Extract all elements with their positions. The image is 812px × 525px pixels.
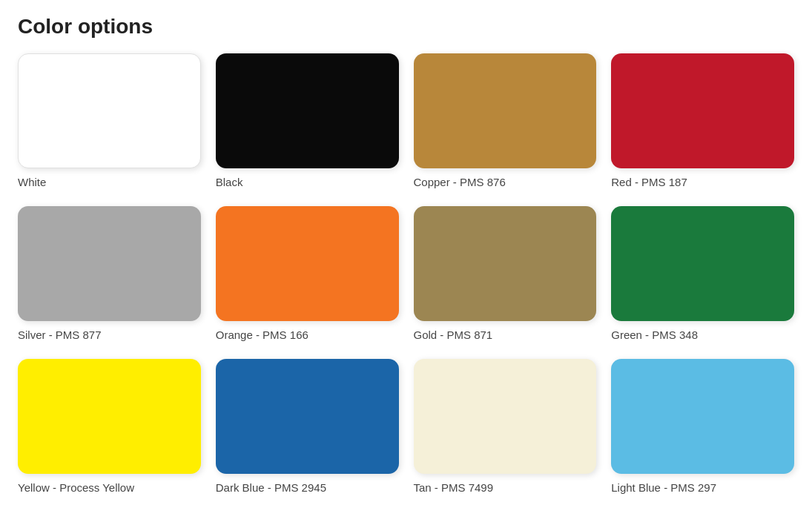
color-swatch-yellow [18, 359, 201, 474]
color-item-black[interactable]: Black [216, 53, 399, 188]
color-item-light-blue[interactable]: Light Blue - PMS 297 [611, 359, 794, 494]
color-swatch-tan [414, 359, 597, 474]
color-swatch-orange [216, 206, 399, 321]
color-label-red: Red - PMS 187 [611, 176, 687, 188]
color-swatch-gold [414, 206, 597, 321]
color-swatch-silver [18, 206, 201, 321]
color-item-copper[interactable]: Copper - PMS 876 [414, 53, 597, 188]
color-swatch-red [611, 53, 794, 168]
color-item-dark-blue[interactable]: Dark Blue - PMS 2945 [216, 359, 399, 494]
color-grid: WhiteBlackCopper - PMS 876Red - PMS 187S… [18, 53, 794, 494]
color-label-yellow: Yellow - Process Yellow [18, 481, 134, 494]
color-label-dark-blue: Dark Blue - PMS 2945 [216, 481, 326, 494]
color-label-white: White [18, 176, 46, 188]
page-title: Color options [18, 15, 794, 39]
color-item-tan[interactable]: Tan - PMS 7499 [414, 359, 597, 494]
color-label-orange: Orange - PMS 166 [216, 328, 308, 341]
color-swatch-black [216, 53, 399, 168]
color-label-gold: Gold - PMS 871 [414, 328, 493, 341]
color-label-silver: Silver - PMS 877 [18, 328, 102, 341]
color-item-orange[interactable]: Orange - PMS 166 [216, 206, 399, 341]
color-label-green: Green - PMS 348 [611, 328, 698, 341]
color-label-copper: Copper - PMS 876 [414, 176, 506, 188]
color-swatch-white [18, 53, 201, 168]
color-item-yellow[interactable]: Yellow - Process Yellow [18, 359, 201, 494]
color-item-white[interactable]: White [18, 53, 201, 188]
color-label-light-blue: Light Blue - PMS 297 [611, 481, 716, 494]
color-swatch-copper [414, 53, 597, 168]
color-swatch-green [611, 206, 794, 321]
color-label-black: Black [216, 176, 243, 188]
color-item-red[interactable]: Red - PMS 187 [611, 53, 794, 188]
color-label-tan: Tan - PMS 7499 [414, 481, 494, 494]
color-item-silver[interactable]: Silver - PMS 877 [18, 206, 201, 341]
color-swatch-light-blue [611, 359, 794, 474]
color-item-green[interactable]: Green - PMS 348 [611, 206, 794, 341]
color-swatch-dark-blue [216, 359, 399, 474]
color-item-gold[interactable]: Gold - PMS 871 [414, 206, 597, 341]
